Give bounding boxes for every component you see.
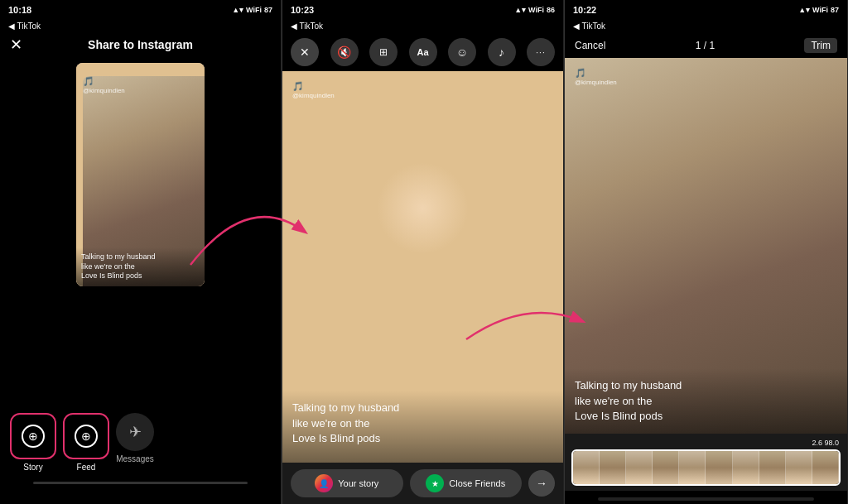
phone1-wifi-icon: WiFi <box>246 6 262 14</box>
phone1-close-button[interactable]: ✕ <box>10 36 22 54</box>
phone1-share-icons: ⊕ Story ⊕ Feed ✈ <box>0 413 281 472</box>
phone2-sound-button[interactable]: 🔇 <box>330 38 359 66</box>
phone3-tiktok-nav: ◀ TikTok <box>565 18 847 33</box>
phone1-home-indicator <box>33 482 248 484</box>
phone1-story-label: Story <box>23 463 42 472</box>
phone3-trim-button[interactable]: Trim <box>804 38 837 53</box>
phone1-video-caption: Talking to my husbandlike we're on theLo… <box>81 252 200 281</box>
phone1-header: ✕ Share to Instagram <box>0 33 281 56</box>
phone2-close-friends-button[interactable]: ★ Close Friends <box>410 469 523 497</box>
phone1-tiktok-user: @kimquindlen <box>83 87 205 94</box>
phone3-video: 🎵 @kimquindlen Talking to my husbandlike… <box>565 58 847 434</box>
phone2-tiktok-nav: ◀ TikTok <box>282 18 563 33</box>
phone3-signal-icon: ▲▾ <box>798 6 810 14</box>
phone1-feed-item[interactable]: ⊕ Feed <box>63 413 109 472</box>
phone3-counter: 1 / 1 <box>696 40 715 51</box>
phone2-tiktok-logo: 🎵 <box>292 81 335 92</box>
phone2-send-button[interactable]: → <box>528 470 555 497</box>
phone2-close-button[interactable]: ✕ <box>291 38 319 66</box>
phone2-time: 10:23 <box>291 5 314 15</box>
phone1-story-icon: ⊕ <box>22 425 45 448</box>
phone2-sound-icon: 🔇 <box>337 46 351 59</box>
phone2-wifi-icon: WiFi <box>528 6 544 14</box>
timeline-frame-5 <box>679 451 706 484</box>
phone2-tiktok-user: @kimquindlen <box>292 92 335 99</box>
phone2-send-icon: → <box>536 477 547 490</box>
phone2-more-icon: ··· <box>536 48 545 57</box>
phone1-title: Share to Instagram <box>10 38 271 51</box>
phone2-video: 🎵 @kimquindlen Talking to my husbandlike… <box>282 71 563 463</box>
phone3-home-indicator <box>598 497 814 501</box>
phone1-battery-icon: 87 <box>264 6 272 14</box>
phone1-time: 10:18 <box>8 5 31 15</box>
phone2-your-story-label: Your story <box>338 478 378 488</box>
phone3-video-overlay: Talking to my husbandlike we're on theLo… <box>565 368 847 434</box>
timeline-frame-2 <box>600 451 626 484</box>
phone3-tiktok-logo: 🎵 <box>575 68 617 79</box>
phone2-watermark: 🎵 @kimquindlen <box>292 81 335 99</box>
phone2: 10:23 ▲▾ WiFi 86 ◀ TikTok ✕ 🔇 ⊞ Aa <box>282 0 564 504</box>
timeline-frame-3 <box>626 451 653 484</box>
phone1: 10:18 ▲▾ WiFi 87 ◀ TikTok ✕ Share to Ins… <box>0 0 282 504</box>
phone2-text-icon: Aa <box>417 47 428 57</box>
phone2-toolbar: ✕ 🔇 ⊞ Aa ☺ ♪ ··· <box>282 33 563 71</box>
phone1-tiktok-nav: ◀ TikTok <box>0 18 281 33</box>
timeline-frame-4 <box>653 451 679 484</box>
phone2-video-caption: Talking to my husbandlike we're on theLo… <box>292 401 553 446</box>
phone2-status-bar: 10:23 ▲▾ WiFi 86 <box>282 0 563 18</box>
phone1-video-thumbnail: 🎵 @kimquindlen Talking to my husbandlike… <box>76 63 205 286</box>
phone1-feed-label: Feed <box>77 463 96 472</box>
phone3-battery-icon: 87 <box>831 6 839 14</box>
phone1-messages-label: Messages <box>116 454 154 463</box>
phone2-close-icon: ✕ <box>300 46 310 59</box>
timeline-frame-6 <box>706 451 732 484</box>
phone2-battery-icon: 86 <box>547 6 555 14</box>
timeline-frame-8 <box>759 451 786 484</box>
phone1-story-item[interactable]: ⊕ Story <box>10 413 56 472</box>
phone2-image-button[interactable]: ⊞ <box>369 38 398 66</box>
phone2-music-button[interactable]: ♪ <box>488 38 516 66</box>
phone1-feed-icon: ⊕ <box>75 425 98 448</box>
phone3-tiktok-user: @kimquindlen <box>575 79 617 86</box>
timeline-frame-9 <box>786 451 812 484</box>
phone3-status-bar: 10:22 ▲▾ WiFi 87 <box>565 0 847 18</box>
phone3-timeline-area: 2.6 98.0 <box>565 434 847 491</box>
phone3-cancel-button[interactable]: Cancel <box>575 40 605 51</box>
phone2-text-button[interactable]: Aa <box>409 38 437 66</box>
phone2-story-avatar-icon: 👤 <box>319 479 329 488</box>
phone3-timeline-strip[interactable] <box>571 449 841 486</box>
phone2-signal-icon: ▲▾ <box>514 6 526 14</box>
phone2-back-arrow[interactable]: ◀ TikTok <box>291 22 323 31</box>
phone1-bottom: ⊕ Story ⊕ Feed ✈ <box>0 293 281 504</box>
phone1-feed-box[interactable]: ⊕ <box>63 413 109 459</box>
phone3-watermark: 🎵 @kimquindlen <box>575 68 617 86</box>
phone1-status-icons: ▲▾ WiFi 87 <box>232 6 272 14</box>
phone2-friends-avatar: ★ <box>426 474 444 492</box>
phone2-image-icon: ⊞ <box>379 46 388 58</box>
phone1-back-arrow[interactable]: ◀ TikTok <box>8 22 41 31</box>
phone1-messages-circle[interactable]: ✈ <box>116 413 154 451</box>
phone1-status-bar: 10:18 ▲▾ WiFi 87 <box>0 0 281 18</box>
phone2-emoji-icon: ☺ <box>456 46 468 59</box>
phone1-story-box[interactable]: ⊕ <box>10 413 56 459</box>
timeline-frame-7 <box>733 451 759 484</box>
phones-wrapper: 10:18 ▲▾ WiFi 87 ◀ TikTok ✕ Share to Ins… <box>0 0 848 504</box>
phone3-wifi-icon: WiFi <box>812 6 828 14</box>
phone3: 10:22 ▲▾ WiFi 87 ◀ TikTok Cancel 1 / 1 T… <box>565 0 848 504</box>
phone2-status-icons: ▲▾ WiFi 86 <box>514 6 555 14</box>
phone2-video-overlay: Talking to my husbandlike we're on theLo… <box>282 391 563 463</box>
phone2-friends-icon: ★ <box>431 479 439 488</box>
phone3-status-icons: ▲▾ WiFi 87 <box>798 6 839 14</box>
phone2-music-icon: ♪ <box>499 46 504 59</box>
timeline-frame-10 <box>812 451 839 484</box>
phone2-your-story-button[interactable]: 👤 Your story <box>291 469 403 497</box>
phone2-emoji-button[interactable]: ☺ <box>448 38 476 66</box>
phone3-back-arrow[interactable]: ◀ TikTok <box>573 22 605 31</box>
phone1-messages-icon: ✈ <box>129 423 142 441</box>
phone1-messages-item[interactable]: ✈ Messages <box>116 413 154 463</box>
timeline-frame-1 <box>573 451 600 484</box>
phone3-header: Cancel 1 / 1 Trim <box>565 33 847 58</box>
phone2-more-button[interactable]: ··· <box>527 38 555 66</box>
phone2-bottom-bar: 👤 Your story ★ Close Friends → <box>282 463 563 504</box>
phone1-signal-icon: ▲▾ <box>232 6 243 14</box>
